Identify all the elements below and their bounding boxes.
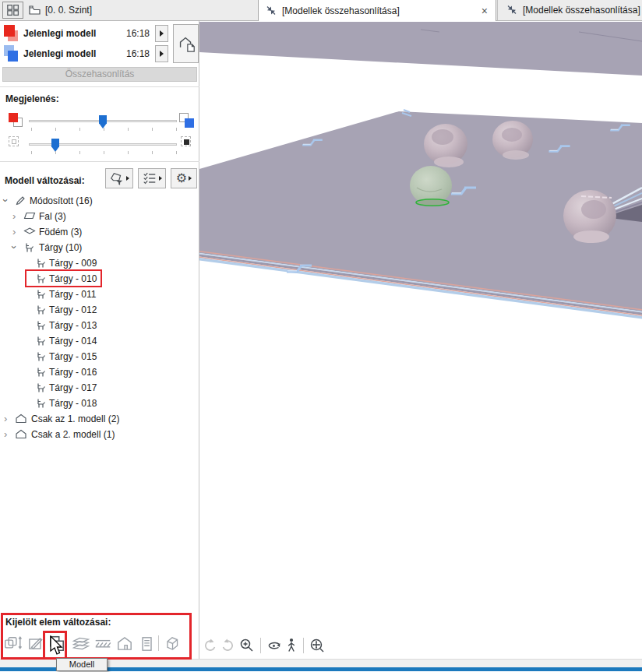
chevron-down-icon[interactable]: › xyxy=(1,199,11,202)
tree-item-targy-018[interactable]: Tárgy - 018 xyxy=(0,396,199,411)
slab-icon xyxy=(23,227,36,236)
arrow-right-icon xyxy=(160,51,164,57)
model2-color-swatch xyxy=(4,45,19,62)
slider1-thumb[interactable] xyxy=(99,115,107,128)
tab-bar: [0. 0. Szint] [Modellek összehasonlítása… xyxy=(0,0,642,21)
house-copy-icon xyxy=(176,33,196,54)
tab-close-icon[interactable]: × xyxy=(482,5,488,16)
orbit-icon[interactable] xyxy=(266,637,283,654)
model2-menu-button[interactable] xyxy=(155,45,168,62)
model1-color-swatch xyxy=(4,25,19,42)
annotation-rectangle-outer xyxy=(1,613,192,660)
tree-item-targy-013[interactable]: Tárgy - 013 xyxy=(0,318,199,333)
chevron-right-icon[interactable]: › xyxy=(4,429,7,439)
paint-filter-icon xyxy=(109,171,125,186)
compare-button[interactable]: Összehasonlítás xyxy=(2,67,197,82)
appearance-label: Megjelenés: xyxy=(5,93,59,104)
tree-item-fal[interactable]: › Fal (3) xyxy=(0,209,199,224)
chair-icon xyxy=(36,351,46,362)
walk-icon[interactable] xyxy=(284,637,298,654)
tab-model-compare-2[interactable]: [Modellek összehasonlítása] xyxy=(497,0,642,20)
tree-item-targy-016[interactable]: Tárgy - 016 xyxy=(0,364,199,380)
slider2-track[interactable] xyxy=(29,143,177,146)
model2-opacity-icon xyxy=(179,113,195,128)
3d-viewport[interactable] xyxy=(199,21,642,659)
chevron-right-icon[interactable]: › xyxy=(12,227,16,237)
context-opacity-max-icon xyxy=(181,136,196,152)
tab-floor-plan-label: [0. 0. Szint] xyxy=(45,5,92,16)
tree-item-targy-015[interactable]: Tárgy - 015 xyxy=(0,349,199,364)
grid-icon xyxy=(6,4,20,16)
chair-icon xyxy=(36,367,46,378)
model1-name: Jelenlegi modell xyxy=(23,28,96,39)
chair-icon xyxy=(36,336,46,347)
tab-label: [Modellek összehasonlítása] xyxy=(282,5,400,16)
fit-in-window-icon[interactable] xyxy=(309,637,327,654)
arrow-right-icon xyxy=(159,176,162,181)
tree-item-targy-009[interactable]: Tárgy - 009 xyxy=(0,255,199,271)
slider1-ticks xyxy=(31,128,178,131)
house-icon xyxy=(15,429,27,439)
chair-icon xyxy=(24,242,34,253)
redo-icon[interactable] xyxy=(220,637,237,654)
tree-item-targy-017[interactable]: Tárgy - 017 xyxy=(0,380,199,396)
arrow-right-icon xyxy=(160,30,164,37)
tab-floor-plan[interactable]: [0. 0. Szint] xyxy=(28,0,92,20)
chevron-down-icon[interactable]: › xyxy=(9,245,19,248)
app-window: [0. 0. Szint] [Modellek összehasonlítása… xyxy=(0,0,642,672)
chair-icon xyxy=(36,258,46,269)
checklist-icon xyxy=(142,171,157,186)
chair-icon xyxy=(36,304,46,315)
model-row-2: Jelenlegi modell 16:18 xyxy=(0,45,199,63)
settings-button[interactable]: ⚙ xyxy=(171,168,197,188)
tab-overview-button[interactable] xyxy=(2,2,23,19)
criteria-list-button[interactable] xyxy=(138,168,166,188)
tree-item-targy-014[interactable]: Tárgy - 014 xyxy=(0,333,199,349)
tab-label: [Modellek összehasonlítása] xyxy=(523,5,640,16)
3d-view-icon xyxy=(506,4,518,16)
divider xyxy=(0,86,199,87)
model1-opacity-icon xyxy=(9,113,24,128)
tab-model-compare-1[interactable]: [Modellek összehasonlítása] × xyxy=(258,0,496,21)
annotation-rectangle xyxy=(25,269,102,287)
mouse-cursor xyxy=(49,635,66,659)
tree-item-targy-011[interactable]: Tárgy - 011 xyxy=(0,287,199,302)
arrow-right-icon xyxy=(126,176,129,181)
zoom-in-icon[interactable] xyxy=(238,637,256,654)
model-compare-panel: Jelenlegi modell 16:18 Jelenlegi modell … xyxy=(0,21,199,659)
chair-icon xyxy=(36,289,46,300)
wall-icon xyxy=(23,211,36,220)
slider2-thumb[interactable] xyxy=(51,139,59,152)
chair-icon xyxy=(36,398,46,409)
undo-icon[interactable] xyxy=(201,637,218,654)
divider xyxy=(0,161,199,162)
swap-models-button[interactable] xyxy=(173,24,199,63)
pencil-icon xyxy=(15,195,26,206)
divider xyxy=(303,638,304,653)
3d-view-icon xyxy=(265,5,277,17)
tree-item-targy-012[interactable]: Tárgy - 012 xyxy=(0,302,199,318)
divider xyxy=(260,638,261,653)
viewport-toolbar xyxy=(201,637,327,654)
model2-name: Jelenlegi modell xyxy=(23,48,96,59)
house-icon xyxy=(15,413,27,424)
highlight-filter-button[interactable] xyxy=(105,168,133,188)
chevron-right-icon[interactable]: › xyxy=(4,413,7,424)
tree-item-targy[interactable]: › Tárgy (10) xyxy=(0,240,199,255)
tree-item-csak-1[interactable]: › Csak az 1. modell (2) xyxy=(0,411,199,427)
tree-item-csak-2[interactable]: › Csak a 2. modell (1) xyxy=(0,427,199,442)
gear-icon: ⚙ xyxy=(176,172,187,185)
arrow-right-icon xyxy=(189,176,192,181)
model2-time: 16:18 xyxy=(101,48,150,59)
model-changes-label: Modell változásai: xyxy=(5,175,85,186)
model1-time: 16:18 xyxy=(101,28,150,39)
model1-menu-button[interactable] xyxy=(155,25,168,42)
tooltip: Modell xyxy=(56,658,108,671)
tree-item-fodem[interactable]: › Födém (3) xyxy=(0,224,199,240)
tree-item-modositott[interactable]: › Módosított (16) xyxy=(0,193,199,209)
model-row-1: Jelenlegi modell 16:18 xyxy=(0,25,199,43)
tree-item-targy-010-selected[interactable]: Tárgy - 010 xyxy=(0,271,199,287)
chevron-right-icon[interactable]: › xyxy=(12,211,16,221)
3d-scene xyxy=(199,21,642,659)
chair-icon xyxy=(36,382,46,393)
